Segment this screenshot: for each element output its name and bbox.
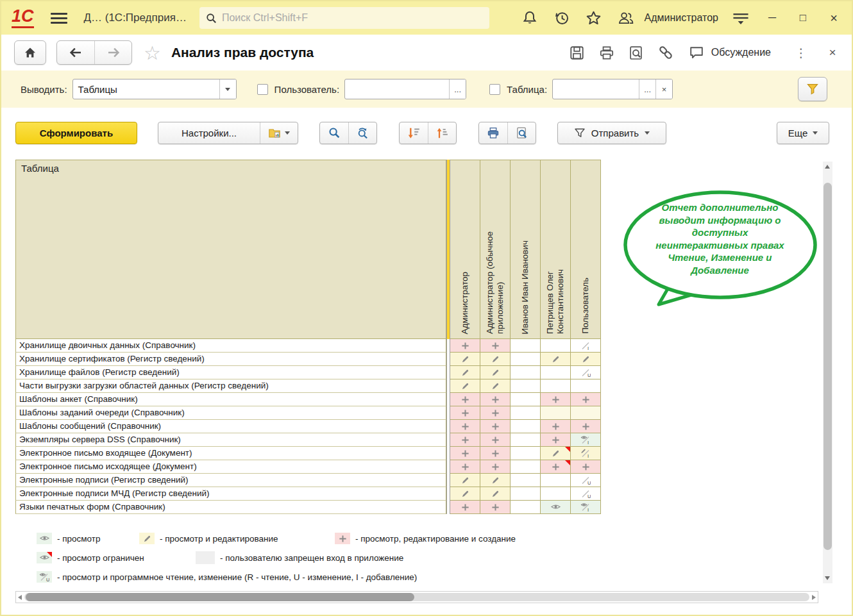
rights-cell-empty[interactable] <box>511 366 541 379</box>
filter-settings-button[interactable] <box>798 77 827 101</box>
table-row-label[interactable]: Части выгрузки загрузки областей данных … <box>15 379 446 393</box>
sort-descending-button[interactable] <box>400 122 428 144</box>
output-dropdown-button[interactable] <box>219 79 236 99</box>
rights-cell-full[interactable] <box>450 447 480 460</box>
rights-cell-full[interactable] <box>480 339 511 353</box>
table-row-label[interactable]: Электронные подписи (Регистр сведений) <box>15 474 446 487</box>
rights-cell-full[interactable] <box>450 433 480 447</box>
rights-cell-empty[interactable] <box>571 379 601 393</box>
maximize-button[interactable]: □ <box>794 12 812 24</box>
column-header-cell[interactable]: Иванов Иван Иванович <box>511 160 541 339</box>
minimize-button[interactable]: ─ <box>763 12 781 24</box>
rights-cell-edit[interactable] <box>541 353 571 366</box>
global-search-input[interactable]: Поиск Ctrl+Shift+F <box>199 7 489 29</box>
rights-cell-full[interactable] <box>450 406 480 420</box>
rights-cell-add-only[interactable]: I <box>571 339 601 353</box>
rights-cell-edit[interactable] <box>480 366 511 379</box>
discussion-button[interactable] <box>686 43 707 62</box>
rights-cell-view-add[interactable]: I <box>571 433 601 447</box>
table-clear-button[interactable]: × <box>655 79 672 99</box>
rights-cell-full[interactable] <box>450 339 480 353</box>
rights-cell-empty[interactable] <box>511 460 541 474</box>
settings-button[interactable]: Настройки... <box>158 122 260 144</box>
corner-header-cell[interactable]: Таблица <box>15 160 446 339</box>
rights-cell-full[interactable] <box>450 460 480 474</box>
table-row-label[interactable]: Языки печатных форм (Справочник) <box>15 501 446 514</box>
rights-cell-empty[interactable] <box>541 406 571 420</box>
sort-ascending-button[interactable] <box>428 122 456 144</box>
favorites-button[interactable] <box>584 8 604 28</box>
rights-cell-empty[interactable] <box>541 339 571 353</box>
more-button[interactable]: Еще <box>777 122 829 144</box>
column-header-cell[interactable]: Администратор (обычное приложение) <box>480 160 511 339</box>
rights-cell-full[interactable] <box>571 420 601 433</box>
search-button[interactable] <box>320 122 348 144</box>
table-row-label[interactable]: Шаблоны заданий очереди (Справочник) <box>15 406 446 420</box>
back-button[interactable] <box>57 41 94 64</box>
scroll-up-icon[interactable] <box>825 165 830 169</box>
rights-cell-full[interactable] <box>450 393 480 406</box>
rights-cell-edit-add[interactable]: I <box>571 447 601 460</box>
rights-cell-edit[interactable] <box>571 353 601 366</box>
rights-cell-full[interactable] <box>480 406 511 420</box>
home-button[interactable] <box>14 40 46 65</box>
rights-cell-empty[interactable] <box>511 393 541 406</box>
rights-cell-empty[interactable] <box>511 447 541 460</box>
table-filter-input[interactable] <box>553 79 639 99</box>
rights-cell-empty[interactable] <box>511 487 541 501</box>
rights-cell-empty[interactable] <box>511 379 541 393</box>
rights-cell-full[interactable] <box>541 393 571 406</box>
table-row-label[interactable]: Электронное письмо исходящее (Документ) <box>15 460 446 474</box>
rights-cell-full[interactable] <box>541 420 571 433</box>
favorite-star-icon[interactable]: ☆ <box>144 42 161 64</box>
horizontal-scrollbar[interactable] <box>15 591 818 603</box>
rights-cell-full[interactable] <box>480 460 511 474</box>
rights-cell-full[interactable] <box>450 420 480 433</box>
user-filter-input[interactable] <box>345 79 449 99</box>
rights-cell-edit[interactable] <box>480 487 511 501</box>
report-variants-button[interactable] <box>260 122 298 144</box>
table-row-label[interactable]: Хранилище двоичных данных (Справочник) <box>15 339 446 353</box>
more-actions-button[interactable]: ⋮ <box>790 43 812 62</box>
table-filter-checkbox[interactable] <box>489 84 500 95</box>
print-preview-button[interactable] <box>507 122 536 144</box>
rights-cell-empty[interactable] <box>511 474 541 487</box>
vertical-scrollbar[interactable] <box>823 162 832 583</box>
close-form-button[interactable]: × <box>823 46 841 60</box>
preview-button[interactable] <box>625 43 647 62</box>
send-button[interactable]: Отправить <box>557 122 666 144</box>
rights-cell-empty[interactable] <box>511 420 541 433</box>
rights-cell-edit[interactable] <box>450 353 480 366</box>
vertical-scroll-thumb[interactable] <box>823 183 832 550</box>
rights-cell-full[interactable] <box>480 447 511 460</box>
table-row-label[interactable]: Шаблоны сообщений (Справочник) <box>15 420 446 433</box>
rights-cell-full[interactable] <box>480 433 511 447</box>
save-button[interactable] <box>566 43 588 62</box>
close-window-button[interactable]: × <box>825 11 843 26</box>
rights-cell-view-add[interactable]: I <box>571 501 601 514</box>
rights-cell-empty[interactable] <box>541 474 571 487</box>
forward-button[interactable] <box>94 41 131 64</box>
user-filter-checkbox[interactable] <box>257 84 268 95</box>
scroll-right-icon[interactable] <box>812 595 816 600</box>
column-header-cell[interactable]: Администратор <box>450 160 480 339</box>
cancel-search-button[interactable] <box>348 122 376 144</box>
rights-cell-full[interactable] <box>480 501 511 514</box>
column-header-cell[interactable]: Пользователь <box>571 160 601 339</box>
rights-cell-full[interactable] <box>450 501 480 514</box>
rights-cell-edit[interactable] <box>480 379 511 393</box>
horizontal-scroll-track[interactable] <box>24 593 809 601</box>
table-choose-button[interactable]: ... <box>639 79 655 99</box>
rights-cell-full[interactable] <box>541 433 571 447</box>
horizontal-scroll-thumb[interactable] <box>26 593 414 601</box>
discussion-label[interactable]: Обсуждение <box>711 47 771 58</box>
rights-cell-update-only[interactable]: U <box>571 487 601 501</box>
print-button[interactable] <box>596 43 618 62</box>
rights-cell-full[interactable] <box>571 460 601 474</box>
table-row-label[interactable]: Электронные подписи МЧД (Регистр сведени… <box>15 487 446 501</box>
rights-cell-empty[interactable] <box>571 406 601 420</box>
output-select[interactable]: Таблицы <box>72 79 237 99</box>
rights-cell-edit[interactable] <box>450 474 480 487</box>
rights-cell-full[interactable] <box>541 460 571 474</box>
user-choose-button[interactable]: ... <box>449 79 466 99</box>
